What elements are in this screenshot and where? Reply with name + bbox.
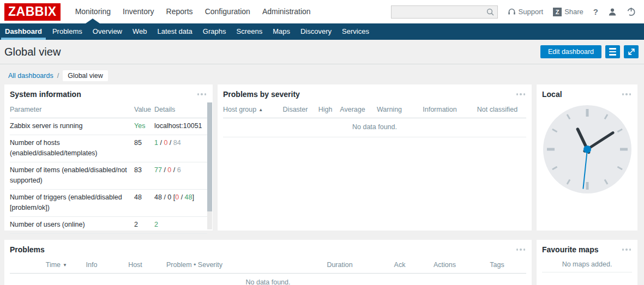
system-information-table: Parameter Value Details Zabbix server is… (10, 103, 207, 234)
menu-item-inventory[interactable]: Inventory (117, 0, 160, 23)
headset-icon (508, 8, 516, 16)
parameter-cell: Number of triggers (enabled/disabled [pr… (10, 190, 134, 217)
dashboard-grid: System information Parameter Value Detai… (4, 84, 637, 285)
tab-graphs[interactable]: Graphs (199, 23, 230, 40)
support-link[interactable]: Support (508, 8, 544, 16)
column-header-tags: Tags (468, 258, 526, 274)
column-header-duration: Duration (302, 258, 378, 274)
sort-desc-icon: ▼ (63, 263, 67, 268)
column-header-average: Average (338, 103, 368, 118)
column-header-information: Information (411, 103, 468, 118)
column-header-parameter: Parameter (10, 103, 134, 118)
column-header-value: Value (134, 103, 154, 118)
sort-asc-icon: ▲ (258, 107, 263, 112)
parameter-cell: Number of hosts (enabled/disabled/templa… (10, 135, 134, 162)
widget-title: Problems by severity (223, 90, 300, 99)
tab-dashboard[interactable]: Dashboard (1, 23, 46, 40)
detail-segment: 48 / 0 [ (154, 193, 175, 201)
breadcrumb-current[interactable]: Global view (63, 70, 108, 81)
detail-segment: 77 (154, 166, 162, 174)
menu-item-configuration[interactable]: Configuration (199, 0, 256, 23)
column-header-ack: Ack (378, 258, 422, 274)
support-label: Support (519, 8, 544, 16)
no-data-message: No data found. (223, 118, 526, 137)
widget-menu-icon[interactable] (196, 91, 208, 98)
detail-segment: 1 (154, 139, 158, 147)
top-right-controls: Support Z Share ? (391, 0, 644, 23)
search-icon[interactable] (483, 8, 497, 16)
table-row: Number of triggers (enabled/disabled [pr… (10, 190, 207, 217)
page-title: Global view (4, 46, 61, 58)
user-profile-icon[interactable] (608, 8, 617, 16)
widget-title: System information (10, 90, 81, 99)
edit-dashboard-button[interactable]: Edit dashboard (540, 45, 601, 58)
fullscreen-button[interactable] (624, 45, 639, 58)
menu-item-monitoring[interactable]: Monitoring (69, 0, 117, 23)
detail-segment: / (162, 166, 167, 174)
top-bar: ZABBIX Monitoring Inventory Reports Conf… (0, 0, 644, 23)
widget-menu-icon[interactable] (515, 91, 527, 98)
scrollbar-thumb[interactable] (207, 102, 212, 211)
tab-screens[interactable]: Screens (232, 23, 266, 40)
menu-item-administration[interactable]: Administration (256, 0, 317, 23)
widget-menu-icon[interactable] (621, 246, 633, 253)
tab-overview[interactable]: Overview (89, 23, 126, 40)
share-label: Share (564, 8, 583, 16)
value-cell: 48 (134, 190, 154, 217)
tab-web[interactable]: Web (129, 23, 151, 40)
widget-problems: Problems Time▼ Info Host Problem • Sever… (4, 240, 532, 285)
column-header-host-group[interactable]: Host group▲ (223, 103, 278, 118)
parameter-cell: Number of users (online) (10, 217, 134, 234)
column-header-high: High (313, 103, 338, 118)
zabbix-logo[interactable]: ZABBIX (4, 3, 61, 21)
detail-segment: 6 (177, 166, 181, 174)
details-cell: 77 / 0 / 6 (154, 162, 207, 190)
detail-segment: 2 (154, 221, 158, 228)
logout-power-icon[interactable] (627, 7, 636, 16)
widget-title: Local (542, 90, 562, 99)
widget-title: Favourite maps (542, 245, 598, 254)
table-row: Number of items (enabled/disabled/not su… (10, 162, 207, 190)
column-header-actions: Actions (422, 258, 468, 274)
tab-maps[interactable]: Maps (269, 23, 294, 40)
scrollbar-track[interactable] (207, 102, 212, 229)
share-link[interactable]: Z Share (553, 8, 583, 16)
detail-segment: localhost:10051 (154, 122, 202, 130)
help-button[interactable]: ? (593, 7, 598, 16)
system-information-body: Zabbix server is runningYeslocalhost:100… (10, 118, 207, 234)
hamburger-icon (609, 48, 616, 56)
widget-problems-by-severity: Problems by severity Host group▲ Disaste… (218, 84, 532, 231)
expand-arrows-icon (627, 47, 636, 56)
value-cell: 85 (134, 135, 154, 162)
tab-discovery[interactable]: Discovery (297, 23, 335, 40)
table-row: Number of users (online)22 (10, 217, 207, 234)
problems-by-severity-table: Host group▲ Disaster High Average Warnin… (223, 103, 526, 137)
title-divider (0, 64, 644, 64)
search-box (391, 5, 498, 19)
column-header-info: Info (73, 258, 111, 274)
problems-table: Time▼ Info Host Problem • Severity Durat… (10, 258, 526, 285)
value-cell: 83 (134, 162, 154, 190)
column-header-time[interactable]: Time▼ (10, 258, 73, 274)
title-actions: Edit dashboard (540, 45, 639, 58)
main-menu: Monitoring Inventory Reports Configurati… (69, 0, 317, 23)
tab-services[interactable]: Services (338, 23, 373, 40)
tab-latest-data[interactable]: Latest data (154, 23, 196, 40)
widget-menu-icon[interactable] (621, 91, 633, 98)
search-input[interactable] (392, 7, 483, 17)
tab-problems[interactable]: Problems (49, 23, 86, 40)
column-header-warning: Warning (368, 103, 411, 118)
breadcrumb-all-dashboards[interactable]: All dashboards (8, 72, 53, 80)
dashboard-list-button[interactable] (605, 45, 620, 58)
no-data-message: No maps added. (542, 258, 632, 272)
analog-clock (542, 104, 633, 195)
value-cell: 2 (134, 217, 154, 234)
breadcrumb-separator: / (57, 72, 59, 80)
value-cell: Yes (134, 118, 154, 135)
table-row: Number of hosts (enabled/disabled/templa… (10, 135, 207, 162)
no-data-message: No data found. (10, 274, 526, 285)
menu-item-reports[interactable]: Reports (160, 0, 199, 23)
column-header-disaster: Disaster (278, 103, 313, 118)
detail-segment: ] (192, 193, 194, 201)
widget-menu-icon[interactable] (515, 246, 527, 253)
